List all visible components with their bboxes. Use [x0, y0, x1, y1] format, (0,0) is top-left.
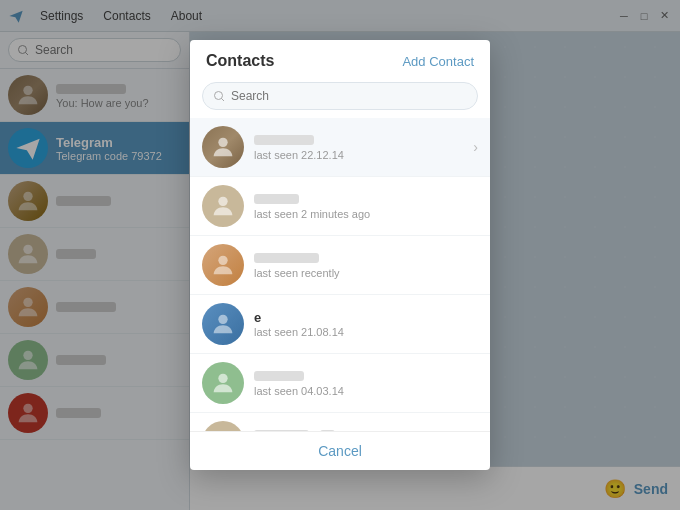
- contact-status: last seen 22.12.14: [254, 149, 473, 161]
- contacts-list: last seen 22.12.14 › last seen 2 minutes…: [190, 118, 490, 431]
- contact-avatar: [202, 421, 244, 431]
- modal-overlay: Contacts Add Contact: [0, 0, 680, 510]
- contact-avatar: [202, 126, 244, 168]
- contact-item[interactable]: last seen 04.03.14: [190, 354, 490, 413]
- contact-info: last seen 22.12.14: [254, 133, 473, 161]
- contact-info: last seen 2 minutes ago: [254, 192, 478, 220]
- contact-item[interactable]: last seen 22.12.14 ›: [190, 118, 490, 177]
- app-container: Settings Contacts About ─ □ ✕: [0, 0, 680, 510]
- contact-info: last seen 30.01.15: [254, 428, 478, 431]
- modal-title: Contacts: [206, 52, 274, 70]
- contacts-modal: Contacts Add Contact: [190, 40, 490, 470]
- cancel-button[interactable]: Cancel: [318, 443, 362, 459]
- contact-avatar: [202, 185, 244, 227]
- contact-status: last seen 2 minutes ago: [254, 208, 478, 220]
- contact-avatar: [202, 362, 244, 404]
- chevron-right-icon: ›: [473, 139, 478, 155]
- svg-point-10: [218, 256, 227, 265]
- modal-search-input[interactable]: [202, 82, 478, 110]
- svg-point-8: [218, 138, 227, 147]
- contact-status: last seen recently: [254, 267, 478, 279]
- contact-name: [254, 133, 473, 148]
- modal-search-container: [190, 78, 490, 118]
- modal-footer: Cancel: [190, 431, 490, 470]
- svg-point-11: [218, 315, 227, 324]
- contact-name: [254, 428, 478, 431]
- add-contact-button[interactable]: Add Contact: [402, 54, 474, 69]
- contact-name: [254, 251, 478, 266]
- svg-point-9: [218, 197, 227, 206]
- contact-info: last seen 04.03.14: [254, 369, 478, 397]
- contact-info: e last seen 21.08.14: [254, 310, 478, 338]
- modal-header: Contacts Add Contact: [190, 40, 490, 78]
- contact-avatar: [202, 303, 244, 345]
- contact-name: e: [254, 310, 478, 325]
- contact-item[interactable]: last seen 2 minutes ago: [190, 177, 490, 236]
- svg-point-12: [218, 374, 227, 383]
- contact-item[interactable]: e last seen 21.08.14: [190, 295, 490, 354]
- contact-status: last seen 21.08.14: [254, 326, 478, 338]
- contact-info: last seen recently: [254, 251, 478, 279]
- contact-name: [254, 369, 478, 384]
- contact-avatar: [202, 244, 244, 286]
- contact-item[interactable]: last seen 30.01.15: [190, 413, 490, 431]
- contact-item[interactable]: last seen recently: [190, 236, 490, 295]
- contact-status: last seen 04.03.14: [254, 385, 478, 397]
- contact-name: [254, 192, 478, 207]
